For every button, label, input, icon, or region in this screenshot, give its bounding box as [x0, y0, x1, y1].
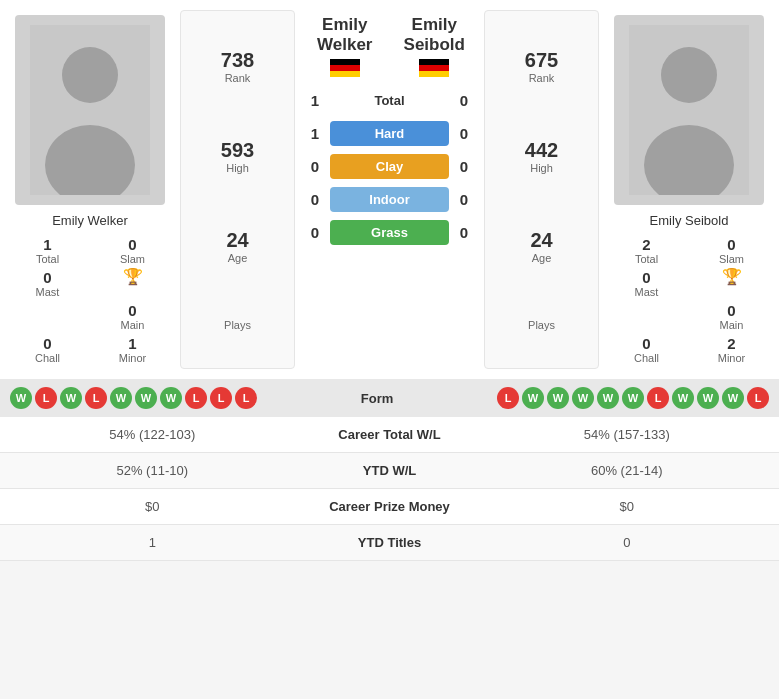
- left-plays-label: Plays: [224, 319, 251, 331]
- right-rank-value: 675: [525, 49, 558, 72]
- left-mast-value: 0: [43, 269, 51, 286]
- left-chall-stat: 0 Chall: [10, 335, 85, 364]
- left-middle-stats: 738 Rank 593 High 24 Age Plays: [180, 10, 295, 369]
- form-label: Form: [361, 391, 394, 406]
- stats-row-right-0: 54% (157-133): [490, 427, 765, 442]
- stats-row-1: 52% (11-10) YTD W/L 60% (21-14): [0, 453, 779, 489]
- right-chall-label: Chall: [634, 352, 659, 364]
- form-badge-l: L: [497, 387, 519, 409]
- top-section: Emily Welker 1 Total 0 Slam 0 Mast 🏆: [0, 0, 779, 379]
- center-column: Emily Welker EmilySeibold: [300, 10, 479, 369]
- left-age-label: Age: [226, 252, 248, 264]
- right-high-label: High: [525, 162, 558, 174]
- form-badge-w: W: [697, 387, 719, 409]
- right-chall-stat: 0 Chall: [609, 335, 684, 364]
- indoor-left-score: 0: [300, 191, 330, 208]
- left-stats-grid: 1 Total 0 Slam 0 Mast 🏆 0 Main: [10, 236, 170, 364]
- right-minor-value: 2: [727, 335, 735, 352]
- form-badge-w: W: [10, 387, 32, 409]
- stats-row-center-2: Career Prize Money: [290, 499, 490, 514]
- form-badge-l: L: [85, 387, 107, 409]
- right-slam-stat: 0 Slam: [694, 236, 769, 265]
- svg-point-1: [62, 47, 118, 103]
- form-badge-w: W: [60, 387, 82, 409]
- left-rank-label: Rank: [221, 72, 254, 84]
- left-slam-stat: 0 Slam: [95, 236, 170, 265]
- right-main-value: 0: [727, 302, 735, 319]
- left-high-value: 593: [221, 139, 254, 162]
- grass-row: 0 Grass 0: [300, 220, 479, 245]
- right-age-stat: 24 Age: [530, 229, 552, 264]
- right-high-stat: 442 High: [525, 139, 558, 174]
- left-total-stat: 1 Total: [10, 236, 85, 265]
- left-plays-stat: Plays: [224, 319, 251, 331]
- left-slam-label: Slam: [120, 253, 145, 265]
- form-badge-l: L: [235, 387, 257, 409]
- hard-left-score: 1: [300, 125, 330, 142]
- left-total-label: Total: [36, 253, 59, 265]
- right-stats-grid: 2 Total 0 Slam 0 Mast 🏆 0 Main: [609, 236, 769, 364]
- stats-row-center-3: YTD Titles: [290, 535, 490, 550]
- left-minor-label: Minor: [119, 352, 147, 364]
- total-row: 1 Total 0: [300, 88, 479, 113]
- bottom-stats-table: 54% (122-103) Career Total W/L 54% (157-…: [0, 417, 779, 561]
- form-badge-w: W: [160, 387, 182, 409]
- hard-right-score: 0: [449, 125, 479, 142]
- left-name-header-text: Emily Welker: [300, 15, 390, 55]
- form-badge-w: W: [722, 387, 744, 409]
- svg-rect-7: [419, 65, 449, 71]
- form-badge-w: W: [672, 387, 694, 409]
- left-trophy-icon: 🏆: [123, 269, 143, 285]
- right-mast-value: 0: [642, 269, 650, 286]
- form-badge-w: W: [110, 387, 132, 409]
- stats-row-left-0: 54% (122-103): [15, 427, 290, 442]
- form-section: WLWLWWWLLL Form LWWWWWLWWWL: [0, 379, 779, 417]
- right-name-header-text: EmilySeibold: [390, 15, 480, 55]
- left-slam-value: 0: [128, 236, 136, 253]
- left-main-value: 0: [128, 302, 136, 319]
- stats-row-right-3: 0: [490, 535, 765, 550]
- left-minor-value: 1: [128, 335, 136, 352]
- right-minor-label: Minor: [718, 352, 746, 364]
- grass-left-score: 0: [300, 224, 330, 241]
- indoor-right-score: 0: [449, 191, 479, 208]
- form-badge-w: W: [597, 387, 619, 409]
- form-badge-l: L: [185, 387, 207, 409]
- right-rank-stat: 675 Rank: [525, 49, 558, 84]
- indoor-row: 0 Indoor 0: [300, 187, 479, 212]
- left-flag: [300, 59, 390, 77]
- right-flag: [390, 59, 480, 77]
- right-trophy-icon-cell: 🏆: [694, 269, 769, 298]
- form-badge-w: W: [547, 387, 569, 409]
- left-player-card: Emily Welker 1 Total 0 Slam 0 Mast 🏆: [5, 10, 175, 369]
- right-slam-label: Slam: [719, 253, 744, 265]
- right-form-badges: LWWWWWLWWWL: [497, 387, 769, 409]
- stats-row-center-0: Career Total W/L: [290, 427, 490, 442]
- left-high-label: High: [221, 162, 254, 174]
- player-names-row: Emily Welker EmilySeibold: [300, 15, 479, 77]
- clay-row: 0 Clay 0: [300, 154, 479, 179]
- stats-row-left-2: $0: [15, 499, 290, 514]
- right-mast-label: Mast: [635, 286, 659, 298]
- right-main-stat: 0 Main: [694, 302, 769, 331]
- right-slam-value: 0: [727, 236, 735, 253]
- right-main-label: Main: [720, 319, 744, 331]
- grass-right-score: 0: [449, 224, 479, 241]
- form-badge-l: L: [647, 387, 669, 409]
- form-badge-w: W: [622, 387, 644, 409]
- left-trophy-icon-cell: 🏆: [95, 269, 170, 298]
- right-chall-value: 0: [642, 335, 650, 352]
- total-right-score: 0: [449, 92, 479, 109]
- total-left-score: 1: [300, 92, 330, 109]
- right-player-name: Emily Seibold: [650, 213, 729, 228]
- right-age-label: Age: [530, 252, 552, 264]
- form-badge-l: L: [747, 387, 769, 409]
- right-flag-svg: [419, 59, 449, 77]
- right-total-stat: 2 Total: [609, 236, 684, 265]
- stats-row-3: 1 YTD Titles 0: [0, 525, 779, 561]
- right-plays-label: Plays: [528, 319, 555, 331]
- form-badge-l: L: [35, 387, 57, 409]
- left-player-name: Emily Welker: [52, 213, 128, 228]
- left-age-value: 24: [226, 229, 248, 252]
- right-minor-stat: 2 Minor: [694, 335, 769, 364]
